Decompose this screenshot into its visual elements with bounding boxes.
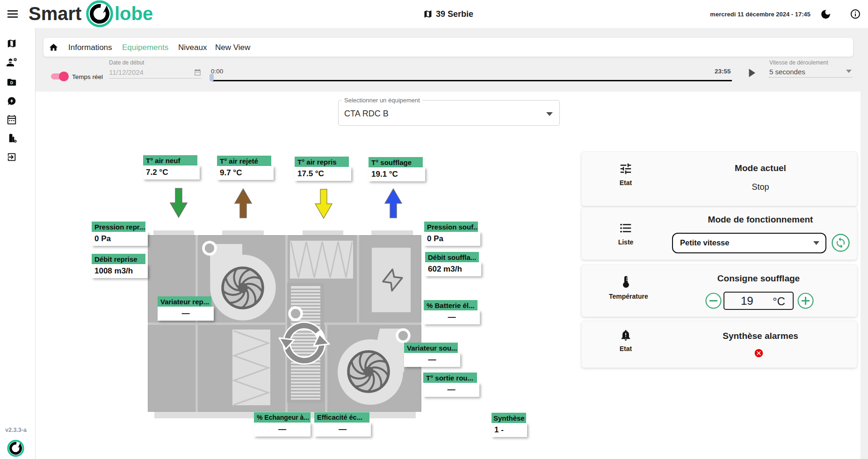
- svg-text:D: D: [10, 81, 13, 85]
